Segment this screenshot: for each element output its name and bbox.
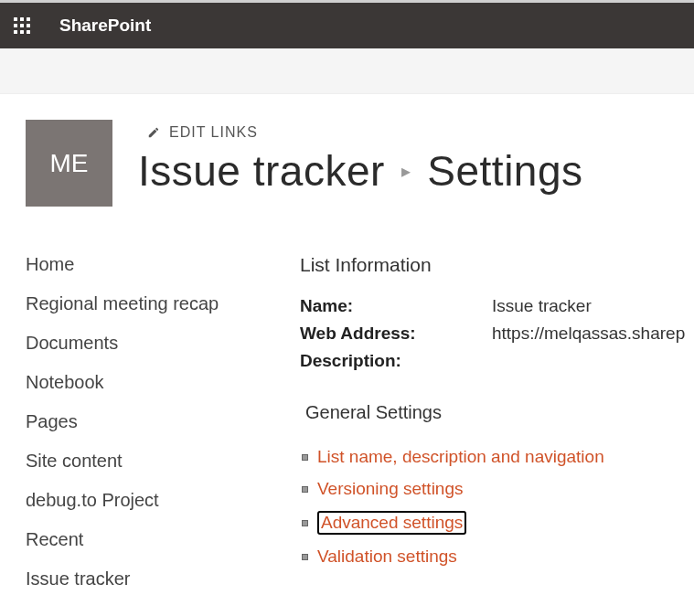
general-settings-header: General Settings bbox=[305, 402, 694, 423]
name-label: Name: bbox=[300, 296, 492, 316]
link-list-name-desc-nav[interactable]: List name, description and navigation bbox=[317, 447, 604, 467]
edit-links-button[interactable]: EDIT LINKS bbox=[138, 124, 583, 141]
link-row: Validation settings bbox=[302, 547, 694, 567]
app-launcher-icon[interactable] bbox=[14, 17, 30, 34]
web-address-label: Web Address: bbox=[300, 324, 492, 344]
nav-site-content[interactable]: Site content bbox=[26, 451, 300, 472]
link-row: Advanced settings bbox=[302, 511, 694, 535]
web-address-value[interactable]: https://melqassas.sharep bbox=[492, 324, 685, 344]
link-advanced-settings[interactable]: Advanced settings bbox=[317, 511, 466, 535]
nav-issue-tracker[interactable]: Issue tracker bbox=[26, 568, 300, 589]
link-validation-settings[interactable]: Validation settings bbox=[317, 547, 457, 567]
list-information-header: List Information bbox=[300, 254, 694, 276]
nav-recent[interactable]: Recent bbox=[26, 529, 300, 550]
ribbon-area bbox=[0, 48, 694, 94]
info-row-web-address: Web Address: https://melqassas.sharep bbox=[300, 324, 694, 344]
chevron-right-icon: ▸ bbox=[401, 160, 411, 182]
description-label: Description: bbox=[300, 351, 492, 371]
suite-bar: SharePoint bbox=[0, 3, 694, 48]
info-row-description: Description: bbox=[300, 351, 694, 371]
product-name[interactable]: SharePoint bbox=[59, 16, 151, 36]
nav-debugto-project[interactable]: debug.to Project bbox=[26, 490, 300, 511]
bullet-icon bbox=[302, 486, 308, 493]
bullet-icon bbox=[302, 554, 308, 560]
site-logo-text: ME bbox=[50, 149, 89, 178]
nav-regional-meeting-recap[interactable]: Regional meeting recap bbox=[26, 293, 300, 314]
site-logo[interactable]: ME bbox=[26, 120, 112, 207]
name-value: Issue tracker bbox=[492, 296, 592, 316]
link-row: Versioning settings bbox=[302, 479, 694, 499]
page-title: Issue tracker ▸ Settings bbox=[138, 146, 583, 196]
link-versioning-settings[interactable]: Versioning settings bbox=[317, 479, 464, 499]
quick-launch-nav: Home Regional meeting recap Documents No… bbox=[26, 254, 300, 608]
pencil-icon bbox=[147, 126, 160, 139]
nav-pages[interactable]: Pages bbox=[26, 411, 300, 432]
breadcrumb-section: Settings bbox=[427, 146, 582, 196]
main-content: List Information Name: Issue tracker Web… bbox=[300, 254, 694, 608]
bullet-icon bbox=[302, 454, 308, 461]
general-settings-links: List name, description and navigation Ve… bbox=[300, 447, 694, 567]
bullet-icon bbox=[302, 520, 308, 526]
nav-home[interactable]: Home bbox=[26, 254, 300, 275]
nav-notebook[interactable]: Notebook bbox=[26, 372, 300, 393]
nav-documents[interactable]: Documents bbox=[26, 333, 300, 354]
breadcrumb-list-name[interactable]: Issue tracker bbox=[138, 146, 385, 196]
link-row: List name, description and navigation bbox=[302, 447, 694, 467]
edit-links-label: EDIT LINKS bbox=[169, 124, 258, 141]
info-row-name: Name: Issue tracker bbox=[300, 296, 694, 316]
